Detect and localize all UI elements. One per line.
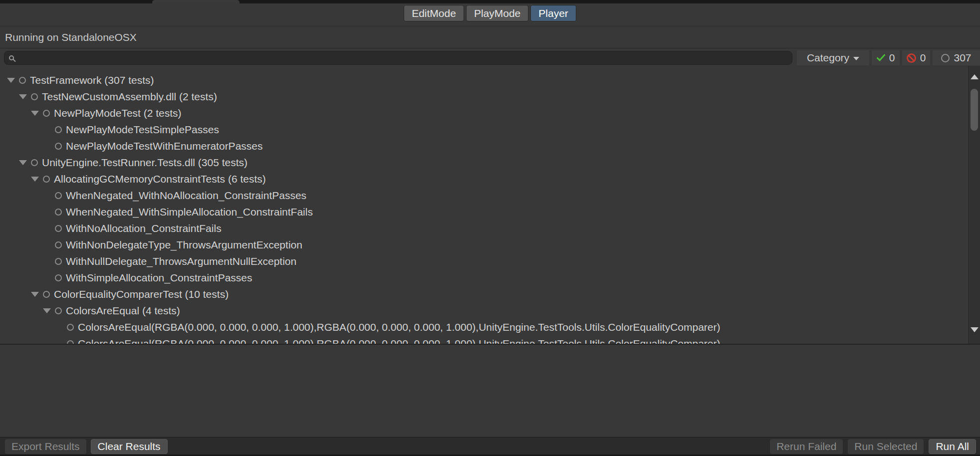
- test-status-icon: [55, 192, 62, 199]
- export-results-button: Export Results: [5, 439, 86, 454]
- check-icon: [876, 52, 885, 61]
- tree-row-label: ColorEqualityComparerTest (10 tests): [54, 288, 229, 300]
- tree-row-label: TestNewCustomAssembly.dll (2 tests): [42, 91, 217, 103]
- test-status-icon: [31, 159, 38, 166]
- tree-row-label: AllocatingGCMemoryConstraintTests (6 tes…: [54, 173, 266, 185]
- test-status-icon: [31, 93, 38, 100]
- run-all-button[interactable]: Run All: [929, 439, 976, 454]
- tree-row[interactable]: WithNonDelegateType_ThrowsArgumentExcept…: [0, 236, 980, 253]
- window-doc-tab: [152, 0, 240, 3]
- status-text: Running on StandaloneOSX: [5, 31, 137, 43]
- test-status-icon: [55, 126, 62, 133]
- failed-filter-toggle[interactable]: 0: [902, 50, 930, 65]
- test-status-icon: [67, 340, 74, 344]
- failed-count: 0: [920, 52, 926, 64]
- tab-playmode[interactable]: PlayMode: [466, 5, 528, 21]
- foldout-arrow[interactable]: [19, 160, 31, 165]
- tree-row-label: UnityEngine.TestRunner.Tests.dll (305 te…: [42, 157, 247, 169]
- run-selected-button: Run Selected: [848, 439, 924, 454]
- foldout-arrow[interactable]: [43, 308, 55, 313]
- chevron-down-icon: [853, 57, 859, 60]
- tree-row-label: ColorsAreEqual (4 tests): [66, 305, 180, 317]
- window-top-strip: [0, 0, 980, 3]
- tree-row[interactable]: WhenNegated_WithNoAllocation_ConstraintP…: [0, 187, 980, 204]
- test-status-icon: [55, 258, 62, 265]
- tab-editmode[interactable]: EditMode: [404, 5, 464, 21]
- tree-row-label: WhenNegated_WithNoAllocation_ConstraintP…: [66, 190, 306, 202]
- rerun-failed-button: Rerun Failed: [770, 439, 843, 454]
- tree-row[interactable]: NewPlayModeTestSimplePasses: [0, 121, 980, 138]
- tree-row[interactable]: TestNewCustomAssembly.dll (2 tests): [0, 88, 980, 105]
- test-status-icon: [55, 209, 62, 216]
- tree-bottom-divider: [0, 344, 980, 345]
- tree-row[interactable]: UnityEngine.TestRunner.Tests.dll (305 te…: [0, 154, 980, 171]
- tree-row-label: WithSimpleAllocation_ConstraintPasses: [66, 272, 252, 284]
- foldout-triangle-icon: [31, 111, 39, 116]
- tree-row-label: WithNullDelegate_ThrowsArgumentNullExcep…: [66, 255, 296, 267]
- scroll-up-icon[interactable]: [971, 74, 979, 79]
- test-status-icon: [43, 176, 50, 183]
- foldout-triangle-icon: [7, 78, 15, 83]
- footer-bar: Export ResultsClear Results Rerun Failed…: [0, 437, 980, 456]
- scrollbar-thumb[interactable]: [971, 89, 978, 131]
- tree-row[interactable]: ColorEqualityComparerTest (10 tests): [0, 286, 980, 302]
- foldout-arrow[interactable]: [31, 292, 43, 297]
- test-status-icon: [67, 324, 74, 331]
- tree-row[interactable]: ColorsAreEqual(RGBA(0.000, 0.000, 0.000,…: [0, 335, 980, 344]
- tree-row[interactable]: WithNoAllocation_ConstraintFails: [0, 220, 980, 236]
- filter-bar: Category 0 0 307: [0, 48, 980, 66]
- category-dropdown[interactable]: Category: [797, 50, 869, 65]
- foldout-triangle-icon: [19, 160, 27, 165]
- test-tree: TestFramework (307 tests)TestNewCustomAs…: [0, 66, 980, 344]
- foldout-arrow[interactable]: [31, 111, 43, 116]
- foldout-triangle-icon: [19, 94, 27, 99]
- mode-tabs: EditModePlayModePlayer: [404, 5, 576, 21]
- tree-row-label: WithNonDelegateType_ThrowsArgumentExcept…: [66, 239, 302, 251]
- test-status-icon: [43, 110, 50, 117]
- test-status-icon: [55, 274, 62, 281]
- scroll-down-icon[interactable]: [971, 327, 979, 332]
- footer-left-buttons: Export ResultsClear Results: [5, 439, 168, 454]
- tree-row-label: TestFramework (307 tests): [30, 74, 154, 86]
- mode-toolbar: EditModePlayModePlayer: [0, 3, 980, 26]
- tree-row[interactable]: WithNullDelegate_ThrowsArgumentNullExcep…: [0, 253, 980, 269]
- tree-row[interactable]: NewPlayModeTestWithEnumeratorPasses: [0, 138, 980, 154]
- notrun-filter-toggle[interactable]: 307: [933, 50, 980, 65]
- tree-row-label: NewPlayModeTestSimplePasses: [66, 124, 219, 136]
- tree-row[interactable]: AllocatingGCMemoryConstraintTests (6 tes…: [0, 171, 980, 187]
- tree-row-label: NewPlayModeTestWithEnumeratorPasses: [66, 140, 263, 152]
- test-status-icon: [55, 225, 62, 232]
- passed-filter-toggle[interactable]: 0: [872, 50, 900, 65]
- foldout-triangle-icon: [31, 177, 39, 182]
- foldout-arrow[interactable]: [7, 78, 19, 83]
- test-status-icon: [55, 241, 62, 248]
- tree-row[interactable]: WithSimpleAllocation_ConstraintPasses: [0, 269, 980, 286]
- tree-row[interactable]: NewPlayModeTest (2 tests): [0, 105, 980, 121]
- status-bar: Running on StandaloneOSX: [0, 26, 980, 48]
- foldout-arrow[interactable]: [19, 94, 31, 99]
- tree-row-label: WithNoAllocation_ConstraintFails: [66, 223, 222, 234]
- foldout-triangle-icon: [43, 308, 51, 313]
- notrun-count: 307: [954, 52, 971, 64]
- search-icon: [9, 55, 14, 60]
- tree-row[interactable]: ColorsAreEqual (4 tests): [0, 302, 980, 319]
- tree-row[interactable]: WhenNegated_WithSimpleAllocation_Constra…: [0, 204, 980, 220]
- test-status-icon: [43, 291, 50, 298]
- search-input[interactable]: [17, 52, 792, 63]
- foldout-arrow[interactable]: [31, 177, 43, 182]
- test-status-icon: [19, 77, 26, 84]
- tree-row-label: ColorsAreEqual(RGBA(0.000, 0.000, 0.000,…: [78, 321, 721, 333]
- tree-row-label: ColorsAreEqual(RGBA(0.000, 0.000, 0.000,…: [78, 338, 721, 344]
- search-field[interactable]: [4, 51, 792, 65]
- tree-scrollbar[interactable]: [968, 66, 980, 344]
- foldout-triangle-icon: [31, 292, 39, 297]
- tab-player[interactable]: Player: [530, 5, 576, 21]
- circle-icon: [941, 54, 950, 62]
- tree-row[interactable]: ColorsAreEqual(RGBA(0.000, 0.000, 0.000,…: [0, 319, 980, 335]
- passed-count: 0: [889, 52, 895, 64]
- tree-row-label: WhenNegated_WithSimpleAllocation_Constra…: [66, 206, 313, 218]
- blocked-icon: [907, 53, 916, 63]
- clear-results-button[interactable]: Clear Results: [91, 439, 168, 454]
- tree-row-label: NewPlayModeTest (2 tests): [54, 107, 182, 119]
- tree-row[interactable]: TestFramework (307 tests): [0, 72, 980, 88]
